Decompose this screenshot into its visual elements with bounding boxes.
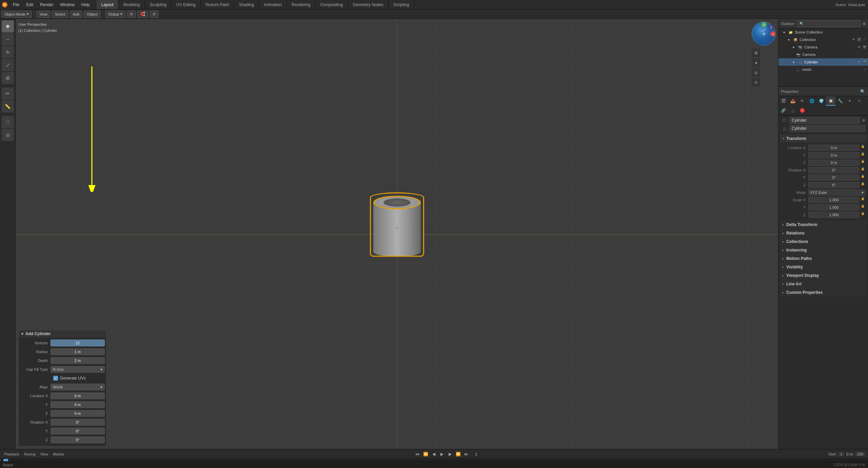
tab-modifier[interactable]: 🔧 xyxy=(835,96,845,106)
add-cube-icon[interactable]: □ xyxy=(2,116,14,128)
mesh-name-input[interactable]: Cylinder xyxy=(789,125,865,132)
pivot-point[interactable]: ⊙ xyxy=(127,11,136,18)
tab-physics[interactable]: ⚛ xyxy=(854,96,864,106)
visibility-section[interactable]: ▸ Visibility xyxy=(780,263,867,271)
rotate-tool-icon[interactable]: ↻ xyxy=(2,46,14,58)
rotation-y-lock[interactable]: 🔒 xyxy=(860,175,865,181)
blender-logo[interactable]: B xyxy=(0,0,9,9)
scale-z-field[interactable]: 1.000 xyxy=(808,212,860,218)
outliner-item-mesh[interactable]: △ mesh ✓ xyxy=(778,66,868,73)
transform-global[interactable]: Global ▾ xyxy=(105,11,125,18)
timeline-menu-item-keying[interactable]: Keying xyxy=(23,452,37,456)
tab-data[interactable]: △ xyxy=(788,106,797,115)
menu-render[interactable]: Render xyxy=(37,0,57,9)
tab-layout[interactable]: Layout xyxy=(97,0,119,9)
tab-rendering[interactable]: Rendering xyxy=(287,0,315,9)
add-menu[interactable]: Add xyxy=(70,11,83,18)
menu-file[interactable]: File xyxy=(9,0,23,9)
vertices-input[interactable]: 12 xyxy=(51,340,105,346)
properties-search-icon[interactable]: 🔍 xyxy=(860,89,865,94)
generate-uvs-checkbox[interactable]: ✓ xyxy=(53,376,58,381)
outliner-item-camera-parent[interactable]: ▾ 📷 Camera 👁 🎬 xyxy=(778,43,868,51)
outliner-item-camera-child[interactable]: 📷 Camera xyxy=(778,51,868,58)
tab-shading[interactable]: Shading xyxy=(234,0,259,9)
location-y-field[interactable]: 0 m xyxy=(808,152,860,158)
transform-section-header[interactable]: ▾ Transform xyxy=(780,135,867,143)
cap-fill-dropdown[interactable]: N-Gon ▾ xyxy=(51,366,105,373)
scale-y-lock[interactable]: 🔒 xyxy=(860,204,865,210)
scale-z-lock[interactable]: 🔒 xyxy=(860,212,865,218)
collections-section[interactable]: ▸ Collections xyxy=(780,238,867,246)
scale-tool-icon[interactable]: ⤢ xyxy=(2,59,14,71)
location-z-field[interactable]: 0 m xyxy=(808,160,860,166)
scale-x-lock[interactable]: 🔒 xyxy=(860,197,865,203)
tab-texture-paint[interactable]: Texture Paint xyxy=(201,0,234,9)
tab-uv-editing[interactable]: UV Editing xyxy=(172,0,201,9)
annotate-tool-icon[interactable]: ✏ xyxy=(2,87,14,100)
rotation-y-field[interactable]: 0° xyxy=(808,175,860,181)
rotation-y-input[interactable]: 0° xyxy=(51,428,105,434)
tab-sculpting[interactable]: Sculpting xyxy=(145,0,172,9)
relations-section[interactable]: ▸ Relations xyxy=(780,229,867,237)
viewport-nav[interactable]: X Y Z ⊞ ● ◎ ⊙ xyxy=(752,22,775,87)
start-frame-value[interactable]: 1 xyxy=(838,452,844,456)
measure-tool-icon[interactable]: 📏 xyxy=(2,100,14,113)
cylinder-3d-container[interactable] xyxy=(370,192,424,257)
location-z-input[interactable]: 0 m xyxy=(51,410,105,417)
overlay-icon[interactable]: ◎ xyxy=(752,68,761,77)
outliner-item-collection[interactable]: ▾ 📦 Collection 👁 🎬 ✓ xyxy=(778,36,868,43)
prev-frame-btn[interactable]: ◀ xyxy=(430,451,437,457)
tab-animation[interactable]: Animation xyxy=(259,0,287,9)
proportional-edit[interactable]: ⊙ xyxy=(150,11,159,18)
menu-edit[interactable]: Edit xyxy=(23,0,37,9)
tab-geometry-nodes[interactable]: Geometry Nodes xyxy=(348,0,389,9)
view-menu[interactable]: View xyxy=(36,11,51,18)
current-frame-display[interactable]: 1 xyxy=(472,452,480,456)
menu-window[interactable]: Window xyxy=(57,0,78,9)
cylinder-render-icon[interactable]: 🎬 xyxy=(862,60,867,64)
timeline-menu-item-view[interactable]: View xyxy=(39,452,50,456)
rotation-x-lock[interactable]: 🔒 xyxy=(860,167,865,173)
mode-selector[interactable]: Object Mode ▾ xyxy=(1,11,32,18)
radius-input[interactable]: 1 m xyxy=(51,348,105,355)
end-frame-value[interactable]: 250 xyxy=(855,452,865,456)
viewport[interactable]: User Perspective (1) Collection | Cylind… xyxy=(16,19,778,449)
select-menu[interactable]: Select xyxy=(52,11,68,18)
menu-help[interactable]: Help xyxy=(78,0,93,9)
tab-scene[interactable]: 🌐 xyxy=(807,96,816,106)
move-tool-icon[interactable]: ↔ xyxy=(2,33,14,45)
align-dropdown[interactable]: World ▾ xyxy=(51,384,105,390)
viewport-shading-icon[interactable]: ● xyxy=(752,58,761,67)
collection-camera-icon[interactable]: 🎬 xyxy=(856,37,861,42)
xray-icon[interactable]: ⊙ xyxy=(752,78,761,87)
collection-eye-icon[interactable]: 👁 xyxy=(851,37,856,42)
object-name-input[interactable]: Cylinder xyxy=(789,117,860,124)
tab-world[interactable]: 🌍 xyxy=(816,96,826,106)
jump-start-btn[interactable]: ⏮ xyxy=(414,451,421,457)
tab-particles[interactable]: ✦ xyxy=(845,96,854,106)
panel-header[interactable]: ▾ Add Cylinder xyxy=(19,330,106,338)
camera-render-icon[interactable]: 🎬 xyxy=(862,45,867,49)
next-keyframe-btn[interactable]: ⏩ xyxy=(455,451,461,457)
props-more-icon[interactable]: ⊕ xyxy=(862,118,865,123)
mode-dropdown[interactable]: XYZ Euler ▾ xyxy=(808,189,865,196)
tab-material[interactable]: 🔴 xyxy=(797,106,807,115)
tab-object[interactable]: ▣ xyxy=(826,96,835,106)
snap-toggle[interactable]: 🧲 xyxy=(137,11,148,18)
timeline-menu-item-marker[interactable]: Marker xyxy=(52,452,66,456)
location-y-lock[interactable]: 🔒 xyxy=(860,152,865,158)
viewport-display-section[interactable]: ▸ Viewport Display xyxy=(780,271,867,280)
cylinder-eye-icon[interactable]: 👁 xyxy=(856,60,861,64)
collection-exclude-icon[interactable]: ✓ xyxy=(862,37,867,42)
rotation-x-field[interactable]: 0° xyxy=(808,167,860,173)
tab-compositing[interactable]: Compositing xyxy=(315,0,348,9)
outliner-item-scene-collection[interactable]: ▾ 📁 Scene Collection xyxy=(778,28,868,36)
location-x-field[interactable]: 0 m xyxy=(808,145,860,151)
jump-end-btn[interactable]: ⏭ xyxy=(463,451,470,457)
delta-transform-section[interactable]: ▸ Delta Transform xyxy=(780,221,867,229)
camera-eye-icon[interactable]: 👁 xyxy=(856,45,861,49)
location-y-input[interactable]: 0 m xyxy=(51,401,105,408)
rotation-x-input[interactable]: 0° xyxy=(51,419,105,426)
location-x-input[interactable]: 0 m xyxy=(51,392,105,399)
add-object-icon[interactable]: ◎ xyxy=(2,129,14,141)
